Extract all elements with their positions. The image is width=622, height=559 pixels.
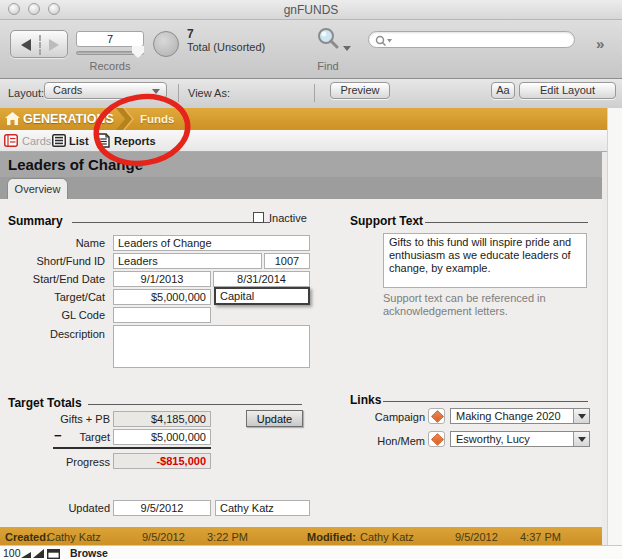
target-label: Target (10, 431, 110, 443)
name-label: Name (5, 237, 105, 249)
total-sort-status: Total (Unsorted) (187, 41, 265, 53)
layout-popup-menu[interactable]: Cards (44, 82, 167, 99)
layout-tab-band: Overview (0, 177, 602, 199)
tab-overview[interactable]: Overview (7, 178, 68, 199)
updated-date-field[interactable]: 9/5/2012 (113, 500, 211, 516)
previous-record-icon[interactable] (21, 39, 31, 51)
modified-label: Modified: (307, 531, 356, 543)
toolbar-overflow-chevrons[interactable]: » (596, 35, 603, 52)
support-rule (425, 222, 588, 223)
reports-icon (97, 133, 110, 148)
record-slider-thumb[interactable] (132, 46, 144, 58)
start-end-date-label: Start/End Date (5, 273, 105, 285)
progress-field: -$815,000 (113, 453, 211, 469)
bottom-status-bar: 100 Browse (0, 545, 622, 559)
home-icon[interactable] (5, 112, 20, 126)
gl-code-label: GL Code (5, 309, 105, 321)
links-rule (383, 401, 588, 402)
current-record-input[interactable]: 7 (76, 31, 144, 47)
found-set-pie-icon[interactable] (153, 31, 179, 57)
hon-mem-diamond-icon (431, 433, 444, 446)
gifts-pb-label: Gifts + PB (10, 413, 110, 425)
zoom-in-icon[interactable] (33, 549, 44, 558)
hon-mem-dropdown-arrow-icon (578, 437, 586, 442)
layout-bar-separator-2 (314, 84, 315, 102)
target-amount-field[interactable]: $5,000,000 (113, 289, 211, 305)
app-window: gnFUNDS 7 Records 7 Total (Unsorted) Fin… (0, 0, 622, 559)
created-label: Created: (5, 531, 50, 543)
layout-popup-value: Cards (53, 84, 82, 96)
preview-button[interactable]: Preview (330, 82, 390, 99)
record-navigation-book[interactable] (10, 30, 68, 58)
hon-mem-dropdown[interactable]: Esworthy, Lucy (450, 431, 590, 447)
target-field[interactable]: $5,000,000 (113, 429, 211, 445)
created-time: 3:22 PM (207, 531, 248, 543)
search-field-magnifier-icon (375, 35, 393, 47)
support-text-heading: Support Text (350, 214, 423, 228)
category-field[interactable]: Capital (214, 287, 310, 305)
gl-code-field[interactable] (113, 307, 211, 323)
modified-date: 9/5/2012 (455, 531, 498, 543)
updated-label: Updated (10, 502, 110, 514)
campaign-dropdown-button[interactable] (573, 409, 589, 423)
modified-time: 4:37 PM (520, 531, 561, 543)
modified-by: Cathy Katz (360, 531, 414, 543)
find-icon[interactable] (316, 27, 342, 51)
inactive-checkbox[interactable] (253, 212, 264, 223)
campaign-link-button[interactable] (428, 408, 445, 424)
zoom-percentage[interactable]: 100 (3, 547, 21, 559)
short-name-field[interactable]: Leaders (113, 253, 262, 269)
mode-indicator[interactable]: Browse (70, 547, 108, 559)
layout-bar-separator (178, 84, 179, 102)
layout-label: Layout: (8, 87, 44, 99)
description-field[interactable] (113, 325, 310, 368)
inactive-label: Inactive (269, 212, 307, 224)
zoom-out-icon[interactable] (21, 550, 31, 558)
layout-bar: Layout: Cards View As: (0, 79, 622, 108)
description-label: Description (5, 328, 105, 340)
links-heading: Links (350, 393, 381, 407)
support-text-field[interactable]: Gifts to this fund will inspire pride an… (383, 233, 587, 288)
updated-by-field[interactable]: Cathy Katz (215, 500, 310, 516)
campaign-dropdown-arrow-icon (578, 414, 586, 419)
hon-mem-link-button[interactable] (428, 431, 445, 447)
campaign-label: Campaign (345, 411, 425, 423)
hon-mem-dropdown-value: Esworthy, Lucy (456, 433, 530, 445)
short-fund-id-label: Short/Fund ID (5, 255, 105, 267)
book-binding-divider (39, 35, 41, 55)
status-toolbar: 7 Records 7 Total (Unsorted) Find » (0, 20, 622, 79)
quick-find-input[interactable] (368, 31, 575, 48)
progress-label: Progress (10, 456, 110, 468)
fund-id-field[interactable]: 1007 (264, 253, 310, 269)
find-dropdown-icon[interactable] (343, 46, 351, 51)
records-label: Records (76, 60, 144, 72)
list-icon (52, 134, 66, 147)
breadcrumb-chevron-icon (113, 108, 135, 130)
hon-mem-dropdown-button[interactable] (573, 432, 589, 446)
campaign-dropdown[interactable]: Making Change 2020 (450, 408, 590, 424)
view-as-label: View As: (188, 87, 230, 99)
target-totals-rule (88, 404, 302, 405)
campaign-diamond-icon (431, 410, 444, 423)
find-label: Find (310, 60, 346, 72)
campaign-dropdown-value: Making Change 2020 (456, 410, 561, 422)
edit-layout-button[interactable]: Edit Layout (519, 82, 616, 99)
end-date-field[interactable]: 8/31/2014 (213, 271, 310, 287)
breadcrumb-section[interactable]: Funds (140, 113, 175, 125)
vertical-scrollbar[interactable] (607, 108, 622, 545)
breadcrumb-app[interactable]: GENERATIONS (23, 112, 114, 126)
cards-icon (4, 134, 18, 147)
formatting-bar-button[interactable]: Aa (491, 82, 515, 99)
next-record-icon[interactable] (49, 39, 59, 51)
support-text-caption: Support text can be referenced in acknow… (383, 292, 578, 318)
target-cat-label: Target/Cat (5, 291, 105, 303)
breadcrumb: GENERATIONS Funds (0, 108, 607, 130)
start-date-field[interactable]: 9/1/2013 (113, 271, 211, 287)
record-header: Leaders of Change (0, 152, 602, 177)
record-info-footer: Created: Cathy Katz 9/5/2012 3:22 PM Mod… (0, 527, 602, 545)
name-field[interactable]: Leaders of Change (113, 235, 310, 251)
module-tab-row: Cards List Reports (0, 130, 607, 152)
window-titlebar: gnFUNDS (0, 0, 622, 20)
toolbar-toggle-icon[interactable] (47, 549, 60, 559)
update-button[interactable]: Update (246, 410, 303, 427)
